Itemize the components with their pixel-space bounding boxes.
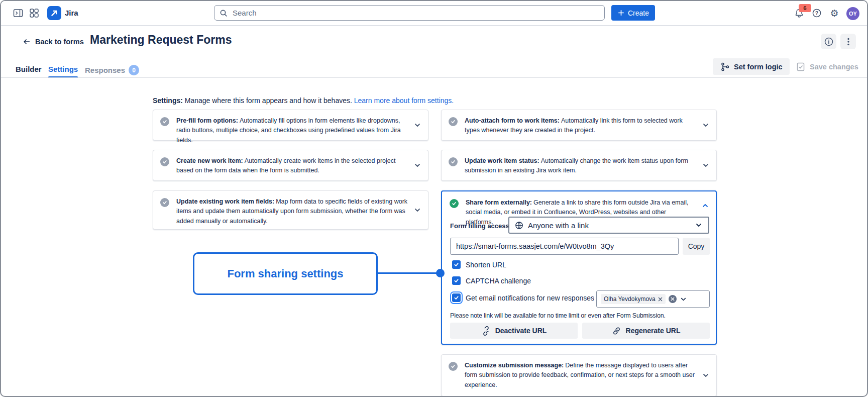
recipient-tag: Olha Yevdokymova	[601, 294, 666, 304]
card-text: Auto-attach form to work items:Automatic…	[465, 116, 696, 136]
tab-settings[interactable]: Settings	[48, 65, 78, 73]
create-button[interactable]: Create	[611, 5, 655, 21]
card-title: Update existing work item fields:	[176, 198, 274, 205]
chevron-down-icon[interactable]	[702, 371, 710, 379]
form-filling-access-label: Form filling access	[450, 222, 509, 230]
captcha-option: CAPTCHA challenge	[452, 276, 531, 285]
chevron-down-icon[interactable]	[680, 295, 687, 303]
card-update-existing-fields[interactable]: Update existing work item fields:Map for…	[153, 190, 428, 230]
annotation-connector-dot	[436, 269, 445, 277]
save-changes-button[interactable]: Save changes	[791, 58, 863, 75]
chevron-up-icon[interactable]	[701, 202, 709, 210]
card-customize-submission-message[interactable]: Customize submission message:Define the …	[441, 354, 717, 396]
card-create-work-item[interactable]: Create new work item:Automatically creat…	[153, 150, 428, 181]
app-switcher-button[interactable]	[27, 6, 42, 21]
sidebar-panel-icon	[13, 8, 23, 18]
info-button[interactable]	[821, 34, 836, 49]
card-title: Customize submission message:	[465, 362, 564, 369]
page-title: Marketing Request Forms	[90, 33, 232, 47]
jira-logo-icon[interactable]	[47, 6, 61, 20]
status-check-icon	[160, 198, 169, 207]
remove-tag-icon[interactable]	[658, 297, 663, 302]
card-text: Update existing work item fields:Map for…	[176, 197, 408, 226]
card-text: Create new work item:Automatically creat…	[176, 156, 408, 176]
tabs-divider	[1, 77, 868, 78]
card-prefill-form-options[interactable]: Pre-fill form options:Automatically fill…	[153, 110, 428, 141]
plus-icon	[617, 9, 625, 17]
top-navigation-bar: Jira Create 6 ? ⚙ OY	[1, 1, 867, 26]
regenerate-url-button[interactable]: Regenerate URL	[582, 323, 710, 339]
deactivate-url-button[interactable]: Deactivate URL	[450, 323, 578, 339]
back-arrow-icon	[22, 37, 31, 46]
form-filling-access-value: Anyone with a link	[528, 221, 690, 230]
email-notifications-label: Get email notifications for new response…	[466, 294, 594, 302]
status-check-icon-enabled	[450, 199, 459, 208]
chevron-down-icon[interactable]	[413, 206, 421, 214]
notification-recipients-select[interactable]: Olha Yevdokymova	[596, 290, 710, 308]
annotation-label: Form sharing settings	[227, 267, 343, 280]
card-title: Update work item status:	[465, 157, 539, 164]
card-title: Pre-fill form options:	[176, 117, 238, 124]
create-button-label: Create	[628, 9, 649, 17]
regenerate-url-label: Regenerate URL	[626, 327, 681, 335]
tab-builder[interactable]: Builder	[16, 65, 42, 73]
kebab-menu-icon	[844, 37, 853, 46]
learn-more-link[interactable]: Learn more about form settings.	[354, 96, 454, 105]
card-text: Customize submission message:Define the …	[465, 361, 696, 390]
captcha-checkbox[interactable]	[452, 276, 461, 285]
card-title: Share form externally:	[466, 199, 532, 206]
app-grid-icon	[29, 8, 39, 18]
search-input[interactable]	[232, 8, 599, 18]
app-name: Jira	[65, 9, 78, 17]
global-search[interactable]	[214, 5, 605, 21]
save-document-icon	[796, 62, 806, 72]
settings-button[interactable]: ⚙	[827, 6, 842, 21]
card-share-form-externally[interactable]: Share form externally:Generate a link to…	[441, 190, 717, 345]
help-icon: ?	[812, 8, 822, 18]
settings-intro: Settings: Manage where this form appears…	[153, 96, 454, 105]
annotation-connector-line	[377, 272, 437, 274]
share-url-field[interactable]: https://smart-forms.saasjet.com/e/W0tvo8…	[450, 238, 679, 255]
email-notifications-checkbox[interactable]	[452, 293, 461, 302]
clear-all-icon[interactable]	[669, 295, 677, 303]
globe-icon	[515, 221, 523, 230]
app-window: Jira Create 6 ? ⚙ OY	[0, 0, 868, 397]
card-text: Update work item status:Automatically ch…	[465, 156, 696, 176]
info-icon	[824, 37, 834, 47]
save-changes-label: Save changes	[810, 63, 858, 71]
status-check-icon	[160, 157, 169, 166]
shorten-url-checkbox[interactable]	[452, 260, 461, 269]
set-form-logic-button[interactable]: Set form logic	[713, 58, 790, 75]
chevron-down-icon[interactable]	[413, 161, 421, 169]
card-auto-attach[interactable]: Auto-attach form to work items:Automatic…	[441, 110, 717, 141]
copy-url-button[interactable]: Copy	[683, 238, 710, 255]
sidebar-toggle-button[interactable]	[11, 6, 26, 21]
chevron-down-icon[interactable]	[413, 121, 421, 129]
email-notifications-option: Get email notifications for new response…	[452, 293, 594, 302]
captcha-label: CAPTCHA challenge	[466, 277, 531, 285]
more-actions-button[interactable]	[840, 34, 856, 49]
tab-responses[interactable]: Responses 0	[85, 65, 139, 75]
card-title: Create new work item:	[176, 157, 243, 164]
annotation-callout: Form sharing settings	[193, 252, 378, 295]
broken-link-icon	[481, 326, 491, 336]
gear-icon: ⚙	[830, 9, 838, 18]
chevron-down-icon[interactable]	[702, 121, 710, 129]
tab-responses-label: Responses	[85, 66, 125, 74]
search-icon	[220, 9, 228, 17]
status-check-icon	[449, 362, 458, 371]
status-check-icon	[449, 117, 458, 126]
form-filling-access-select[interactable]: Anyone with a link	[508, 217, 709, 234]
shorten-url-label: Shorten URL	[466, 261, 506, 269]
deactivate-url-label: Deactivate URL	[495, 327, 547, 335]
card-update-status[interactable]: Update work item status:Automatically ch…	[441, 150, 717, 181]
set-form-logic-label: Set form logic	[734, 63, 783, 71]
card-title: Auto-attach form to work items:	[465, 117, 560, 124]
chevron-down-icon[interactable]	[702, 161, 710, 169]
avatar[interactable]: OY	[846, 7, 859, 20]
responses-count-badge: 0	[129, 65, 139, 75]
help-button[interactable]: ?	[809, 6, 824, 21]
back-to-forms-link[interactable]: Back to forms	[22, 37, 84, 46]
status-check-icon	[449, 157, 458, 166]
settings-intro-text: Manage where this form appears and how i…	[185, 96, 352, 105]
